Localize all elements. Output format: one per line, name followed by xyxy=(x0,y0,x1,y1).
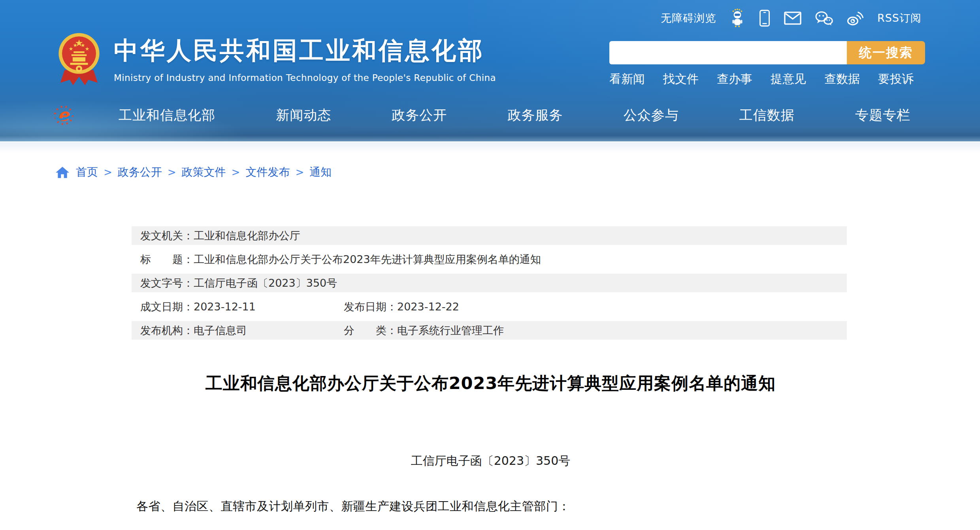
svg-text:★: ★ xyxy=(73,42,78,48)
meta-value: 2023-12-22 xyxy=(397,301,459,313)
mail-icon[interactable] xyxy=(784,11,801,25)
nav-item-news[interactable]: 新闻动态 xyxy=(276,106,331,124)
breadcrumb-notice[interactable]: 通知 xyxy=(309,165,332,180)
wechat-icon[interactable] xyxy=(815,11,833,26)
main-nav: e 工业和信息化部 新闻动态 政务公开 政务服务 公众参与 工信数据 专题专栏 xyxy=(55,100,925,131)
meta-value: 电子系统行业管理工作 xyxy=(397,324,504,336)
quick-link-files[interactable]: 找文件 xyxy=(663,71,699,87)
meta-row-title: 标 题：工业和信息化部办公厅关于公布2023年先进计算典型应用案例名单的通知 xyxy=(132,250,847,269)
mobile-icon[interactable] xyxy=(759,9,771,27)
header-bottom-fade xyxy=(0,142,980,153)
meta-value: 2023-12-11 xyxy=(194,301,256,313)
breadcrumb-separator: > xyxy=(168,166,176,178)
meta-label: 成文日期： xyxy=(140,301,194,313)
quick-link-suggest[interactable]: 提意见 xyxy=(771,71,806,87)
nav-item-miit[interactable]: 工业和信息化部 xyxy=(119,106,215,124)
nav-item-gov-open[interactable]: 政务公开 xyxy=(392,106,447,124)
meta-label: 标 题： xyxy=(140,253,194,265)
home-icon[interactable] xyxy=(55,166,70,179)
page-canvas: 无障碍浏览 xyxy=(0,0,980,530)
breadcrumb: 首页 > 政务公开 > 政策文件 > 文件发布 > 通知 xyxy=(55,165,332,180)
meta-row-issuing-agency: 发文机关：工业和信息化部办公厅 xyxy=(132,226,847,245)
nav-items: 工业和信息化部 新闻动态 政务公开 政务服务 公众参与 工信数据 专题专栏 xyxy=(119,106,910,124)
mascot-robot-icon[interactable] xyxy=(729,9,745,28)
meta-value: 电子信息司 xyxy=(194,324,247,336)
breadcrumb-file-release[interactable]: 文件发布 xyxy=(245,165,290,180)
meta-label: 发文机关： xyxy=(140,229,194,242)
breadcrumb-separator: > xyxy=(104,166,112,178)
accessibility-link[interactable]: 无障碍浏览 xyxy=(661,11,716,25)
meta-value: 工信厅电子函〔2023〕350号 xyxy=(194,277,337,289)
document-meta-table: 发文机关：工业和信息化部办公厅 标 题：工业和信息化部办公厅关于公布2023年先… xyxy=(132,226,847,345)
document-salutation: 各省、自治区、直辖市及计划单列市、新疆生产建设兵团工业和信息化主管部门： xyxy=(136,498,570,515)
unified-search-button[interactable]: 统一搜索 xyxy=(847,41,925,64)
meta-label: 分 类： xyxy=(344,324,397,336)
meta-value: 工业和信息化部办公厅关于公布2023年先进计算典型应用案例名单的通知 xyxy=(194,253,541,265)
document-title: 工业和信息化部办公厅关于公布2023年先进计算典型应用案例名单的通知 xyxy=(134,372,847,395)
meta-label: 发布日期： xyxy=(344,301,397,313)
svg-text:e: e xyxy=(58,105,70,125)
nav-item-special[interactable]: 专题专栏 xyxy=(855,106,910,124)
site-header: 无障碍浏览 xyxy=(0,0,980,141)
miit-e-logo-icon: e xyxy=(54,104,75,127)
breadcrumb-policy-files[interactable]: 政策文件 xyxy=(182,165,226,180)
breadcrumb-separator: > xyxy=(232,166,240,178)
brand-text: 中华人民共和国工业和信息化部 Ministry of Industry and … xyxy=(114,34,496,83)
quick-links: 看新闻 找文件 查办事 提意见 查数据 要投诉 xyxy=(609,71,914,87)
search-input[interactable] xyxy=(609,41,847,64)
search-area: 统一搜索 xyxy=(609,41,925,64)
meta-row-dates: 成文日期：2023-12-11 发布日期：2023-12-22 xyxy=(132,297,847,316)
site-subtitle-en: Ministry of Industry and Information Tec… xyxy=(114,73,496,83)
rss-subscribe-link[interactable]: RSS订阅 xyxy=(877,11,922,25)
breadcrumb-gov-open[interactable]: 政务公开 xyxy=(118,165,162,180)
breadcrumb-separator: > xyxy=(295,166,304,178)
brand-block: ★ ★ ★ ★ ★ 中华人民共和国工业和信息化部 Ministry of Ind… xyxy=(58,29,496,88)
quick-link-data[interactable]: 查数据 xyxy=(824,71,860,87)
national-emblem-logo: ★ ★ ★ ★ ★ xyxy=(58,29,100,88)
nav-item-gov-service[interactable]: 政务服务 xyxy=(507,106,563,124)
meta-label: 发文字号： xyxy=(140,277,194,289)
meta-label: 发布机构： xyxy=(140,324,194,336)
svg-text:★: ★ xyxy=(85,46,90,52)
weibo-icon[interactable] xyxy=(846,11,864,26)
meta-row-doc-number: 发文字号：工信厅电子函〔2023〕350号 xyxy=(132,274,847,292)
nav-item-public[interactable]: 公众参与 xyxy=(624,106,679,124)
meta-value: 工业和信息化部办公厅 xyxy=(194,229,300,242)
quick-link-services[interactable]: 查办事 xyxy=(717,71,752,87)
utility-bar: 无障碍浏览 xyxy=(661,9,922,28)
breadcrumb-home[interactable]: 首页 xyxy=(76,165,98,180)
nav-item-data[interactable]: 工信数据 xyxy=(739,106,795,124)
meta-row-publisher-category: 发布机构：电子信息司 分 类：电子系统行业管理工作 xyxy=(132,321,847,340)
document-number: 工信厅电子函〔2023〕350号 xyxy=(134,453,847,469)
quick-link-news[interactable]: 看新闻 xyxy=(609,71,645,87)
quick-link-complaint[interactable]: 要投诉 xyxy=(878,71,914,87)
site-title: 中华人民共和国工业和信息化部 xyxy=(114,34,496,67)
